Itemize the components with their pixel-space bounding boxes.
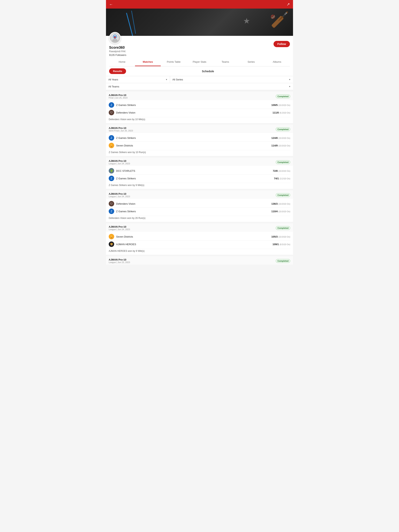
team-name: Z Games Strikers bbox=[116, 210, 136, 213]
team-logo-icon: 🌵 bbox=[109, 168, 114, 173]
all-series-label: All Series bbox=[172, 78, 183, 81]
match-result: AJMAN HEROES won by 9 Wkt(s) bbox=[109, 249, 290, 253]
team-row: Z Z Games Strikers 124/8 (10.0/10 Ov) bbox=[109, 134, 290, 142]
team-info: 🏆 Seven Districts bbox=[109, 234, 133, 239]
match-meta: League | Jun 24, 2023 bbox=[109, 228, 130, 231]
tab-points-table[interactable]: Points Table bbox=[161, 58, 187, 66]
results-tab-button[interactable]: Results bbox=[109, 68, 126, 74]
team-name: DCC STARLETS bbox=[116, 169, 135, 172]
team-info: Z Z Games Strikers bbox=[109, 176, 136, 181]
team-score: 110/4 (10.0/10 Ov) bbox=[271, 210, 290, 213]
team-score: 114/9 (10.0/10 Ov) bbox=[271, 144, 290, 147]
match-header: AJMAN Pro-10 League | Jun 24, 2023 Compl… bbox=[106, 190, 293, 199]
tab-albums[interactable]: Albums bbox=[264, 58, 290, 66]
team-score: 109/5 (10.0/10 Ov) bbox=[271, 104, 290, 107]
team-info: 🛡 Defenders Vision bbox=[109, 201, 135, 206]
filters-row1: All Years ▼ All Series ▼ bbox=[106, 76, 293, 83]
match-card[interactable]: AJMAN Pro-10 Semi Final | Jun 25, 2023 C… bbox=[106, 125, 293, 156]
all-years-label: All Years bbox=[108, 78, 118, 81]
team-score: 136/3 (10.0/10 Ov) bbox=[271, 202, 290, 205]
match-result: Z Games Strikers won by 9 Wkt(s) bbox=[109, 183, 290, 187]
all-years-filter[interactable]: All Years ▼ bbox=[106, 76, 170, 83]
tab-player-stats[interactable]: Player Stats bbox=[187, 58, 212, 66]
team-score: 72/8 (10.0/10 Ov) bbox=[273, 169, 290, 172]
avatar bbox=[109, 32, 121, 44]
team-info: 🦁 AJMAN HEROES bbox=[109, 241, 136, 247]
match-header: AJMAN Pro-10 League | Jun 24, 2023 Compl… bbox=[106, 223, 293, 232]
avatar-image bbox=[110, 32, 120, 43]
team-info: Z Z Games Strikers bbox=[109, 135, 136, 141]
team-row: 🏆 Seven Districts 105/3 (10.0/10 Ov) bbox=[109, 233, 290, 240]
match-body: 🌵 DCC STARLETS 72/8 (10.0/10 Ov) Z Z Gam… bbox=[106, 166, 293, 189]
team-logo-icon: 🏆 bbox=[109, 234, 114, 239]
match-body: Z Z Games Strikers 109/5 (10.0/10 Ov) 🛡 … bbox=[106, 100, 293, 123]
status-badge: Completed bbox=[276, 259, 290, 263]
follow-button[interactable]: Follow bbox=[274, 41, 290, 47]
match-card[interactable]: AJMAN Pro-10 Final | Jun 25, 2023 Comple… bbox=[106, 92, 293, 123]
team-info: 🏆 Seven Districts bbox=[109, 143, 133, 148]
tab-matches[interactable]: Matches bbox=[135, 58, 161, 66]
match-result: Defenders Vision won by 26 Run(s) bbox=[109, 216, 290, 220]
team-logo-icon: Z bbox=[109, 102, 114, 108]
sub-tabs: Results Schedule bbox=[106, 66, 293, 76]
match-header: AJMAN Pro-10 League | Jun 23, 2023 Compl… bbox=[106, 256, 293, 265]
match-body: 🛡 Defenders Vision 136/3 (10.0/10 Ov) Z … bbox=[106, 199, 293, 222]
match-card[interactable]: AJMAN Pro-10 League | Jun 24, 2023 Compl… bbox=[106, 190, 293, 222]
tab-home[interactable]: Home bbox=[109, 58, 135, 66]
team-row: 🦁 AJMAN HEROES 109/1 (8.5/10 Ov) bbox=[109, 241, 290, 248]
svg-point-5 bbox=[114, 37, 116, 38]
team-score: 124/8 (10.0/10 Ov) bbox=[271, 137, 290, 139]
tab-series[interactable]: Series bbox=[238, 58, 264, 66]
team-logo-icon: 🛡 bbox=[109, 201, 114, 206]
team-name: Seven Districts bbox=[116, 144, 133, 147]
profile-followers: 9135 Followers bbox=[109, 54, 126, 57]
all-teams-filter[interactable]: All Teams ▼ bbox=[106, 83, 293, 90]
profile-section: Score360 Rawalpindi PAK 9135 Followers F… bbox=[106, 36, 293, 66]
team-row: 🛡 Defenders Vision 136/3 (10.0/10 Ov) bbox=[109, 200, 290, 207]
match-header: AJMAN Pro-10 League | Jun 24, 2023 Compl… bbox=[106, 158, 293, 166]
team-name: Z Games Strikers bbox=[116, 177, 136, 180]
match-league: AJMAN Pro-10 bbox=[109, 192, 130, 195]
match-meta: Final | Jun 25, 2023 bbox=[109, 97, 127, 99]
match-meta: League | Jun 24, 2023 bbox=[109, 195, 130, 198]
match-body: 🏆 Seven Districts 105/3 (10.0/10 Ov) 🦁 A… bbox=[106, 232, 293, 255]
top-bar: ← ↗ bbox=[106, 0, 293, 9]
status-badge: Completed bbox=[276, 127, 290, 131]
team-logo-icon: 🏆 bbox=[109, 143, 114, 148]
team-info: Z Z Games Strikers bbox=[109, 209, 136, 214]
match-card[interactable]: AJMAN Pro-10 League | Jun 23, 2023 Compl… bbox=[106, 256, 293, 265]
team-info: 🌵 DCC STARLETS bbox=[109, 168, 135, 173]
team-logo-icon: Z bbox=[109, 176, 114, 181]
share-icon[interactable]: ↗ bbox=[287, 2, 290, 7]
banner-star-icon: ★ bbox=[243, 16, 250, 25]
team-logo-icon: Z bbox=[109, 135, 114, 141]
match-league: AJMAN Pro-10 bbox=[109, 94, 127, 97]
team-info: Z Z Games Strikers bbox=[109, 102, 136, 108]
team-name: Seven Districts bbox=[116, 235, 133, 238]
schedule-tab[interactable]: Schedule bbox=[126, 70, 290, 73]
team-logo-icon: 🛡 bbox=[109, 110, 114, 115]
all-years-dropdown-icon: ▼ bbox=[166, 78, 167, 81]
match-card[interactable]: AJMAN Pro-10 League | Jun 24, 2023 Compl… bbox=[106, 158, 293, 189]
team-score: 105/3 (10.0/10 Ov) bbox=[271, 235, 290, 238]
team-name: Defenders Vision bbox=[116, 202, 135, 205]
profile-name: Score360 bbox=[109, 45, 126, 50]
match-league: AJMAN Pro-10 bbox=[109, 127, 133, 129]
match-league: AJMAN Pro-10 bbox=[109, 258, 130, 261]
all-series-dropdown-icon: ▼ bbox=[289, 78, 291, 81]
tab-teams[interactable]: Teams bbox=[212, 58, 238, 66]
all-series-filter[interactable]: All Series ▼ bbox=[170, 76, 293, 83]
back-icon[interactable]: ← bbox=[109, 2, 113, 7]
team-name: Defenders Vision bbox=[116, 111, 135, 114]
team-row: 🏆 Seven Districts 114/9 (10.0/10 Ov) bbox=[109, 142, 290, 149]
all-teams-label: All Teams bbox=[108, 85, 119, 88]
match-header: AJMAN Pro-10 Final | Jun 25, 2023 Comple… bbox=[106, 92, 293, 100]
match-card[interactable]: AJMAN Pro-10 League | Jun 24, 2023 Compl… bbox=[106, 223, 293, 255]
nav-tabs: Home Matches Points Table Player Stats T… bbox=[109, 58, 290, 66]
status-badge: Completed bbox=[276, 95, 290, 98]
match-header: AJMAN Pro-10 Semi Final | Jun 25, 2023 C… bbox=[106, 125, 293, 133]
team-logo-icon: 🦁 bbox=[109, 241, 114, 247]
status-badge: Completed bbox=[276, 160, 290, 164]
team-name: AJMAN HEROES bbox=[116, 243, 136, 246]
match-league: AJMAN Pro-10 bbox=[109, 159, 130, 162]
